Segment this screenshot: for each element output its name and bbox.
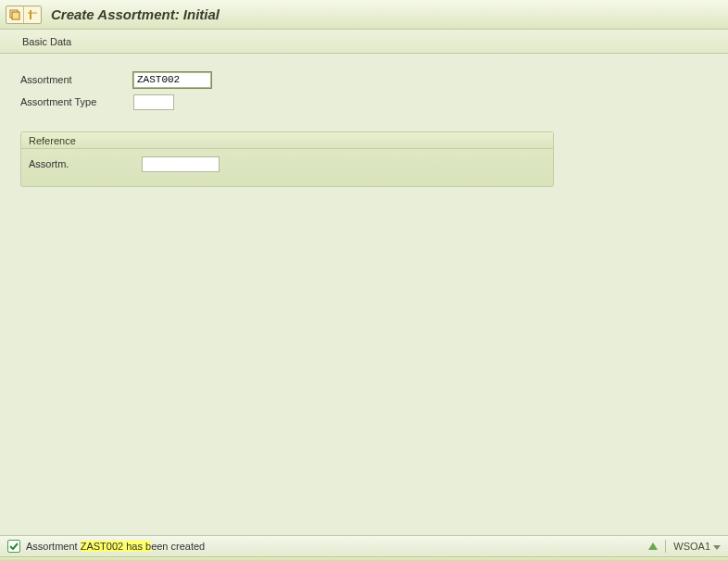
assortment-label: Assortment — [20, 74, 133, 85]
dropdown-triangle-icon — [713, 545, 721, 550]
reference-groupbox: Reference Assortm. — [20, 131, 554, 187]
ref-assortm-input[interactable] — [142, 156, 220, 172]
tcode-label[interactable]: WSOA1 — [673, 541, 721, 552]
svg-rect-2 — [30, 10, 31, 19]
status-message: Assortment ZAST002 has been created — [26, 541, 205, 552]
subheader-bar: Basic Data — [0, 30, 728, 54]
assortment-type-label: Assortment Type — [20, 96, 133, 107]
nav-triangle-icon[interactable] — [648, 542, 658, 550]
toolbar-icon-2[interactable] — [24, 6, 41, 23]
subheader-label: Basic Data — [22, 36, 71, 47]
toolbar-icon-1[interactable] — [6, 6, 23, 23]
assortment-type-row: Assortment Type — [20, 93, 728, 111]
assortment-row: Assortment — [20, 70, 728, 89]
bottom-accent — [0, 556, 728, 561]
reference-title: Reference — [21, 132, 553, 149]
reference-body: Assortm. — [21, 149, 553, 186]
content-area: Assortment Assortment Type Reference Ass… — [0, 54, 728, 187]
status-post: een created — [151, 541, 205, 552]
svg-rect-3 — [28, 12, 37, 14]
status-right: WSOA1 — [648, 540, 721, 553]
assortment-input[interactable] — [133, 72, 211, 88]
toolbar-icon-group — [6, 6, 42, 24]
page-title: Create Assortment: Initial — [51, 6, 220, 22]
title-bar: Create Assortment: Initial — [0, 0, 728, 30]
status-highlight: ZAST002 has b — [81, 541, 151, 552]
svg-rect-1 — [12, 12, 19, 19]
success-icon — [7, 540, 20, 553]
ref-assortm-label: Assortm. — [29, 158, 142, 169]
tcode-text: WSOA1 — [673, 541, 710, 552]
status-separator — [665, 540, 666, 553]
status-bar: Assortment ZAST002 has been created WSOA… — [0, 535, 728, 555]
status-pre: Assortment — [26, 541, 81, 552]
assortment-type-input[interactable] — [133, 94, 174, 110]
ref-assortm-row: Assortm. — [29, 155, 546, 173]
